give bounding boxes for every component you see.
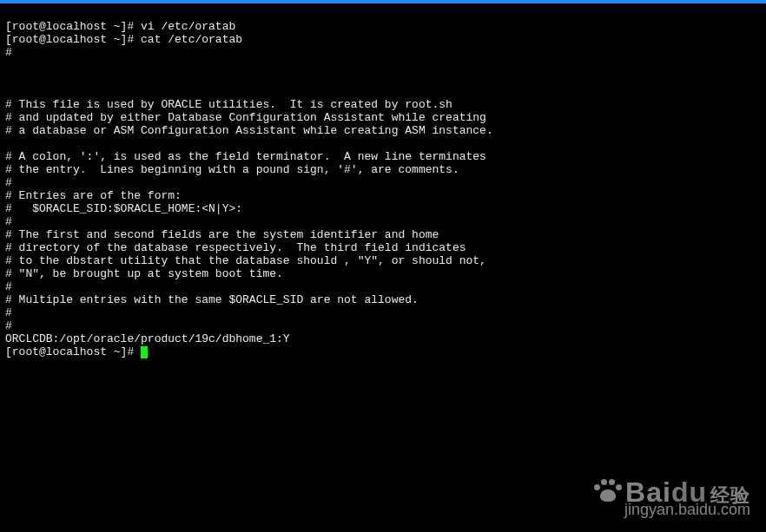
file-contents: # # This file is used by ORACLE utilitie… bbox=[5, 46, 761, 345]
shell-prompt: [root@localhost ~]# bbox=[5, 33, 141, 46]
prompt-line-3: [root@localhost ~]# bbox=[5, 345, 148, 358]
terminal-output[interactable]: [root@localhost ~]# vi /etc/oratab [root… bbox=[0, 3, 766, 362]
prompt-line-2: [root@localhost ~]# cat /etc/oratab bbox=[5, 33, 242, 46]
shell-prompt: [root@localhost ~]# bbox=[5, 345, 141, 358]
watermark-url: jingyan.baidu.com bbox=[594, 503, 750, 516]
prompt-line-1: [root@localhost ~]# vi /etc/oratab bbox=[5, 20, 235, 33]
command-text: cat /etc/oratab bbox=[141, 33, 242, 46]
paw-icon bbox=[594, 477, 620, 502]
watermark-brand-text: Baidu经验 bbox=[625, 486, 750, 502]
watermark: Baidu经验 jingyan.baidu.com bbox=[594, 477, 750, 516]
command-text: vi /etc/oratab bbox=[141, 20, 235, 33]
cursor-block bbox=[141, 346, 148, 358]
watermark-brand-row: Baidu经验 bbox=[594, 477, 750, 502]
shell-prompt: [root@localhost ~]# bbox=[5, 20, 141, 33]
